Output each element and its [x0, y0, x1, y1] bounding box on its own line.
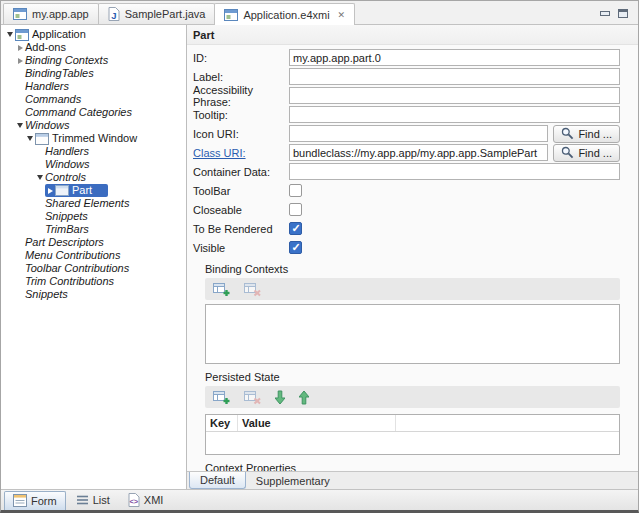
tab-form[interactable]: Form	[4, 491, 66, 510]
tree-item-menu-contributions[interactable]: Menu Contributions	[1, 249, 186, 262]
magnifier-icon	[561, 127, 574, 140]
tree-item-add-ons[interactable]: Add-ons	[1, 41, 186, 54]
tree-item-application[interactable]: Application	[1, 28, 186, 41]
tree-item-trim-contributions[interactable]: Trim Contributions	[1, 275, 186, 288]
expander-collapsed-icon[interactable]	[15, 41, 25, 54]
eclipse-window: my.app.app SamplePart.java Application.e…	[0, 0, 639, 513]
tree-item-label: Trim Contributions	[25, 275, 114, 288]
move-down-button[interactable]	[275, 390, 285, 405]
toolbar-checkbox[interactable]	[289, 184, 302, 197]
table-remove-icon	[244, 281, 261, 297]
tab-supplementary[interactable]: Supplementary	[246, 472, 340, 489]
tab-default[interactable]: Default	[189, 472, 246, 489]
tab-my-app-app[interactable]: my.app.app	[3, 3, 99, 24]
tooltip-input[interactable]	[289, 106, 620, 123]
tree-item-label: Snippets	[25, 288, 68, 301]
tree-item-trimmed-window[interactable]: Trimmed Window	[1, 132, 186, 145]
tree-item-label: Snippets	[45, 210, 88, 223]
tree-item-label: Handlers	[25, 80, 69, 93]
tab-xmi[interactable]: XMI	[120, 491, 172, 510]
icon-uri-field-label: Icon URI:	[193, 128, 289, 140]
form-icon	[13, 494, 27, 507]
remove-button[interactable]	[244, 389, 261, 405]
tree-item-windows[interactable]: Windows	[1, 119, 186, 132]
tree-item-handlers[interactable]: Handlers	[1, 80, 186, 93]
visible-checkbox-label: Visible	[193, 242, 289, 254]
maximize-icon[interactable]	[618, 9, 628, 18]
minimize-icon[interactable]	[600, 11, 610, 16]
tree-item-shared-elements[interactable]: Shared Elements	[1, 197, 186, 210]
tree-item-label: Part	[72, 184, 92, 197]
tree-item-label: Handlers	[45, 145, 89, 158]
expander-expanded-icon[interactable]	[5, 28, 15, 41]
tree-item-controls[interactable]: Controls	[1, 171, 186, 184]
binding-contexts-title: Binding Contexts	[205, 263, 620, 275]
tree-item-bindingtables[interactable]: BindingTables	[1, 67, 186, 80]
icon-uri-input[interactable]	[289, 125, 548, 142]
container-data-field-label: Container Data:	[193, 166, 289, 178]
tab-application-e4xmi[interactable]: Application.e4xmi ✕	[214, 3, 355, 25]
tree-item-toolbar-contributions[interactable]: Toolbar Contributions	[1, 262, 186, 275]
arrow-up-icon	[299, 390, 309, 405]
expander-expanded-icon[interactable]	[15, 119, 25, 132]
tree-item-trimbars[interactable]: TrimBars	[1, 223, 186, 236]
value-column-header[interactable]: Value	[238, 415, 396, 431]
expander-collapsed-icon[interactable]	[15, 54, 25, 67]
tree-item-label: Part Descriptors	[25, 236, 104, 249]
label-input[interactable]	[289, 68, 620, 85]
expander-expanded-icon[interactable]	[35, 171, 45, 184]
key-column-header[interactable]: Key	[206, 415, 238, 431]
container-data-input[interactable]	[289, 163, 620, 180]
class-uri-link[interactable]: Class URI:	[193, 147, 289, 159]
tree-item-part-descriptors[interactable]: Part Descriptors	[1, 236, 186, 249]
closeable-checkbox[interactable]	[289, 203, 302, 216]
id-field-label: ID:	[193, 52, 289, 64]
tab-list[interactable]: List	[68, 491, 118, 510]
to-be-rendered-checkbox[interactable]	[289, 222, 302, 235]
application-icon	[15, 29, 29, 41]
class-uri-find-button[interactable]: Find ...	[553, 144, 620, 162]
binding-contexts-list[interactable]	[205, 304, 620, 364]
table-header-row: Key Value	[206, 415, 619, 432]
table-remove-icon	[244, 389, 261, 405]
tree-item-commands[interactable]: Commands	[1, 93, 186, 106]
app-model-icon	[224, 9, 238, 21]
tree-selection-highlight: Part	[45, 184, 108, 197]
expander-expanded-icon[interactable]	[25, 132, 35, 145]
id-field-row: ID:	[193, 49, 620, 66]
close-icon[interactable]: ✕	[338, 10, 346, 20]
persisted-state-table: Key Value	[205, 414, 620, 455]
tree-item-label: Add-ons	[25, 41, 66, 54]
tab-samplepart-java[interactable]: SamplePart.java	[98, 3, 216, 24]
add-button[interactable]	[213, 389, 230, 405]
icon-uri-find-button[interactable]: Find ...	[553, 125, 620, 143]
accessibility-input[interactable]	[289, 87, 620, 104]
editor-mode-tab-bar: Form List XMI	[1, 489, 638, 510]
tree-item-window-windows[interactable]: Windows	[1, 158, 186, 171]
add-button[interactable]	[213, 281, 230, 297]
tree-item-window-snippets[interactable]: Snippets	[1, 210, 186, 223]
tree-item-part[interactable]: Part	[1, 184, 186, 197]
table-body[interactable]	[206, 432, 619, 454]
label-field-label: Label:	[193, 71, 289, 83]
tree-item-command-categories[interactable]: Command Categories	[1, 106, 186, 119]
window-controls	[600, 9, 638, 24]
arrow-down-icon	[275, 390, 285, 405]
persisted-state-toolbar	[205, 386, 620, 408]
editor-tab-bar: my.app.app SamplePart.java Application.e…	[1, 1, 638, 25]
tree-item-label: Controls	[45, 171, 86, 184]
app-model-icon	[13, 8, 27, 20]
find-button-label: Find ...	[578, 147, 612, 159]
visible-checkbox[interactable]	[289, 241, 302, 254]
tree-item-binding-contexts[interactable]: Binding Contexts	[1, 54, 186, 67]
tree-item-snippets[interactable]: Snippets	[1, 288, 186, 301]
model-tree: Application Add-ons Binding Contexts Bin…	[1, 25, 187, 489]
class-uri-input[interactable]	[289, 144, 548, 161]
tree-item-label: Windows	[45, 158, 90, 171]
move-up-button[interactable]	[299, 390, 309, 405]
remove-button[interactable]	[244, 281, 261, 297]
tree-item-window-handlers[interactable]: Handlers	[1, 145, 186, 158]
id-input[interactable]	[289, 49, 620, 66]
tab-label: XMI	[144, 494, 164, 506]
expander-collapsed-icon[interactable]	[45, 184, 55, 197]
